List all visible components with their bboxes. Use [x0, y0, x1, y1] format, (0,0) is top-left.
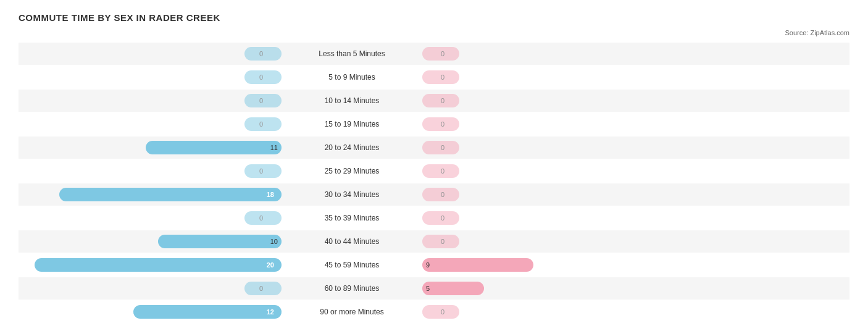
right-section: 5	[420, 282, 685, 295]
left-section: 11	[19, 141, 284, 154]
male-value: 11	[270, 144, 278, 151]
row-label: 10 to 14 Minutes	[284, 96, 420, 105]
female-value: 0	[441, 73, 444, 81]
bar-female: 0	[422, 94, 459, 107]
right-section: 9	[420, 258, 685, 272]
female-value: 9	[426, 261, 430, 269]
bar-female: 5	[422, 282, 484, 295]
female-value: 0	[441, 97, 444, 104]
chart-row: 0 60 to 89 Minutes 5	[19, 277, 849, 300]
male-value: 0	[259, 50, 263, 57]
chart-row: 20 45 to 59 Minutes 9	[19, 254, 849, 276]
bar-female: 0	[422, 47, 459, 61]
female-value: 0	[441, 144, 444, 151]
chart-row: 0 Less than 5 Minutes 0	[19, 43, 849, 65]
chart-row: 0 5 to 9 Minutes 0	[19, 66, 849, 88]
bar-female: 0	[422, 141, 459, 154]
left-section: 0	[19, 94, 284, 107]
left-section: 12	[19, 305, 284, 319]
bar-male: 0	[244, 47, 282, 61]
left-section: 0	[19, 70, 284, 84]
bar-male: 12	[133, 305, 282, 319]
row-label: 40 to 44 Minutes	[284, 237, 420, 246]
chart-row: 10 40 to 44 Minutes 0	[19, 230, 849, 253]
right-section: 0	[420, 188, 685, 201]
row-label: 35 to 39 Minutes	[284, 214, 420, 222]
female-value: 0	[441, 191, 444, 198]
bar-female: 0	[422, 117, 459, 131]
chart-row: 0 10 to 14 Minutes 0	[19, 90, 849, 112]
right-section: 0	[420, 47, 685, 61]
source-label: Source: ZipAtlas.com	[19, 29, 849, 36]
bar-female: 0	[422, 164, 459, 178]
chart-container: 0 Less than 5 Minutes 0 0 5 to 9 Minutes…	[19, 43, 849, 323]
chart-row: 18 30 to 34 Minutes 0	[19, 183, 849, 206]
female-value: 0	[441, 167, 444, 175]
female-value: 0	[441, 214, 444, 222]
female-value: 0	[441, 308, 444, 316]
bar-female: 0	[422, 188, 459, 201]
female-value: 0	[441, 120, 444, 128]
chart-row: 0 35 to 39 Minutes 0	[19, 207, 849, 229]
male-value: 0	[259, 285, 263, 292]
male-value: 0	[259, 167, 263, 175]
female-value: 0	[441, 238, 444, 245]
male-value: 0	[259, 214, 263, 222]
male-value: 10	[270, 238, 278, 245]
bar-female: 0	[422, 305, 459, 319]
row-label: 20 to 24 Minutes	[284, 143, 420, 152]
row-label: 30 to 34 Minutes	[284, 190, 420, 199]
bar-male: 0	[244, 211, 282, 225]
male-value: 0	[259, 120, 263, 128]
bar-female: 0	[422, 211, 459, 225]
left-section: 20	[19, 258, 284, 272]
row-label: 25 to 29 Minutes	[284, 167, 420, 175]
bar-male: 0	[244, 282, 282, 295]
male-value: 12	[263, 307, 278, 317]
chart-title: COMMUTE TIME BY SEX IN RADER CREEK	[19, 12, 849, 23]
row-label: 60 to 89 Minutes	[284, 284, 420, 293]
bar-male: 0	[244, 94, 282, 107]
bar-female: 0	[422, 70, 459, 84]
right-section: 0	[420, 211, 685, 225]
left-section: 0	[19, 164, 284, 178]
row-label: 15 to 19 Minutes	[284, 120, 420, 128]
chart-row: 11 20 to 24 Minutes 0	[19, 136, 849, 159]
right-section: 0	[420, 117, 685, 131]
female-value: 5	[426, 285, 430, 292]
bar-male: 0	[244, 70, 282, 84]
bar-male: 20	[35, 258, 282, 272]
male-value: 20	[263, 260, 278, 270]
right-section: 0	[420, 141, 685, 154]
bar-male: 18	[59, 188, 282, 201]
row-label: Less than 5 Minutes	[284, 49, 420, 58]
female-value: 0	[441, 50, 444, 57]
left-section: 10	[19, 235, 284, 248]
chart-row: 0 25 to 29 Minutes 0	[19, 160, 849, 182]
right-section: 0	[420, 305, 685, 319]
male-value: 0	[259, 73, 263, 81]
bar-female: 0	[422, 235, 459, 248]
chart-row: 0 15 to 19 Minutes 0	[19, 113, 849, 135]
bar-male: 10	[158, 235, 282, 248]
male-value: 18	[263, 190, 278, 199]
male-value: 0	[259, 97, 263, 104]
right-section: 0	[420, 70, 685, 84]
row-label: 5 to 9 Minutes	[284, 73, 420, 82]
right-section: 0	[420, 94, 685, 107]
chart-row: 12 90 or more Minutes 0	[19, 301, 849, 323]
right-section: 0	[420, 235, 685, 248]
bar-female: 9	[422, 258, 533, 272]
bar-male: 11	[146, 141, 282, 154]
row-label: 90 or more Minutes	[284, 308, 420, 316]
left-section: 0	[19, 117, 284, 131]
left-section: 0	[19, 211, 284, 225]
row-label: 45 to 59 Minutes	[284, 261, 420, 269]
bar-male: 0	[244, 164, 282, 178]
right-section: 0	[420, 164, 685, 178]
left-section: 18	[19, 188, 284, 201]
left-section: 0	[19, 47, 284, 61]
bar-male: 0	[244, 117, 282, 131]
left-section: 0	[19, 282, 284, 295]
